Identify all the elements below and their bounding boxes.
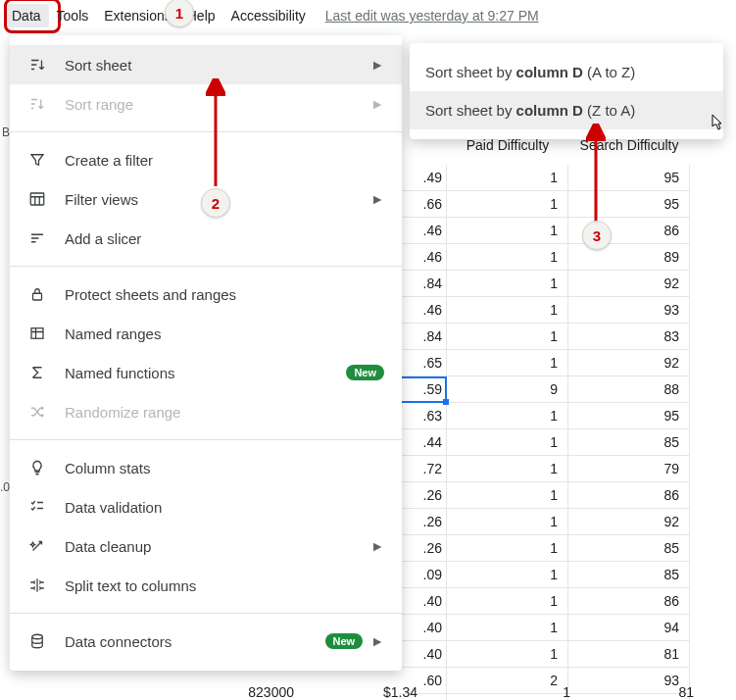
cell-paid-difficulty[interactable]: 1	[447, 509, 568, 535]
sheet-row[interactable]: .46189	[400, 244, 690, 271]
cell-search-difficulty[interactable]: 81	[568, 641, 690, 668]
sheet-row[interactable]: .49195	[400, 165, 690, 191]
last-edit-link[interactable]: Last edit was yesterday at 9:27 PM	[325, 8, 539, 24]
menu-data-connectors[interactable]: Data connectors New ►	[10, 622, 402, 661]
menu-tools[interactable]: Tools	[49, 4, 97, 27]
bottom-cell[interactable]: 81	[576, 684, 700, 700]
cell-value[interactable]: .63	[400, 403, 447, 429]
cell-value[interactable]: .46	[400, 297, 447, 324]
menu-protect[interactable]: Protect sheets and ranges	[10, 275, 402, 314]
cell-paid-difficulty[interactable]: 1	[447, 218, 568, 244]
cell-paid-difficulty[interactable]: 1	[447, 588, 568, 615]
cell-paid-difficulty[interactable]: 1	[447, 324, 568, 350]
cell-paid-difficulty[interactable]: 1	[447, 165, 568, 191]
cell-paid-difficulty[interactable]: 1	[447, 429, 568, 456]
cell-value[interactable]: .40	[400, 588, 447, 615]
cell-search-difficulty[interactable]: 92	[568, 509, 690, 535]
sheet-row[interactable]: .40194	[400, 615, 690, 641]
cell-paid-difficulty[interactable]: 1	[447, 562, 568, 588]
menu-data-cleanup[interactable]: Data cleanup ►	[10, 526, 402, 566]
menu-data[interactable]: Data	[4, 4, 49, 27]
cell-search-difficulty[interactable]: 86	[568, 588, 690, 615]
sheet-rows[interactable]: .49195.66195.46186.46189.84192.46193.841…	[400, 165, 690, 700]
cell-paid-difficulty[interactable]: 1	[447, 456, 568, 482]
sort-za[interactable]: Sort sheet by column D (Z to A)	[410, 91, 723, 129]
sheet-row[interactable]: .46186	[400, 218, 690, 244]
cell-search-difficulty[interactable]: 85	[568, 562, 690, 588]
sheet-row[interactable]: .63195	[400, 403, 690, 429]
bottom-cell[interactable]: $1.34	[300, 684, 423, 700]
cell-value[interactable]: .26	[400, 482, 447, 509]
cell-paid-difficulty[interactable]: 1	[447, 191, 568, 218]
cell-paid-difficulty[interactable]: 1	[447, 271, 568, 297]
sort-az[interactable]: Sort sheet by column D (A to Z)	[410, 53, 723, 91]
cell-search-difficulty[interactable]: 92	[568, 350, 690, 376]
sheet-row[interactable]: .65192	[400, 350, 690, 376]
cell-value[interactable]: .26	[400, 509, 447, 535]
cell-paid-difficulty[interactable]: 1	[447, 641, 568, 668]
cell-paid-difficulty[interactable]: 1	[447, 297, 568, 324]
menu-add-slicer[interactable]: Add a slicer	[10, 219, 402, 258]
menu-sort-sheet[interactable]: Sort sheet ►	[10, 45, 402, 84]
cell-search-difficulty[interactable]: 86	[568, 482, 690, 509]
sheet-row[interactable]: .26185	[400, 535, 690, 562]
sheet-row[interactable]: .59988	[400, 376, 690, 403]
menu-accessibility[interactable]: Accessibility	[223, 4, 314, 27]
cell-value[interactable]: .46	[400, 218, 447, 244]
sheet-row[interactable]: .40181	[400, 641, 690, 668]
cell-search-difficulty[interactable]: 93	[568, 297, 690, 324]
cell-search-difficulty[interactable]: 95	[568, 165, 690, 191]
sheet-row[interactable]: .40186	[400, 588, 690, 615]
cell-search-difficulty[interactable]: 83	[568, 324, 690, 350]
sheet-row[interactable]: .26186	[400, 482, 690, 509]
cell-value[interactable]: .40	[400, 641, 447, 668]
cell-value[interactable]: .49	[400, 165, 447, 191]
cell-paid-difficulty[interactable]: 1	[447, 615, 568, 641]
sheet-row[interactable]: .44185	[400, 429, 690, 456]
cell-search-difficulty[interactable]: 85	[568, 429, 690, 456]
sheet-row[interactable]: .46193	[400, 297, 690, 324]
sheet-row[interactable]: .72179	[400, 456, 690, 482]
cell-paid-difficulty[interactable]: 1	[447, 535, 568, 562]
col-paid-difficulty[interactable]: Paid Difficulty	[447, 137, 568, 157]
cell-paid-difficulty[interactable]: 1	[447, 350, 568, 376]
cell-paid-difficulty[interactable]: 9	[447, 376, 568, 403]
cell-value[interactable]: .84	[400, 324, 447, 350]
cell-value[interactable]: .66	[400, 191, 447, 218]
cell-value[interactable]: .59	[400, 376, 447, 403]
bottom-cell[interactable]: 823000	[176, 684, 300, 700]
menu-label: Split text to columns	[65, 577, 384, 594]
menu-split-text[interactable]: Split text to columns	[10, 566, 402, 605]
cell-search-difficulty[interactable]: 79	[568, 456, 690, 482]
cell-value[interactable]: .26	[400, 535, 447, 562]
menu-data-validation[interactable]: Data validation	[10, 487, 402, 526]
cell-search-difficulty[interactable]: 85	[568, 535, 690, 562]
cell-search-difficulty[interactable]: 95	[568, 403, 690, 429]
cell-paid-difficulty[interactable]: 1	[447, 403, 568, 429]
sheet-row[interactable]: .84192	[400, 271, 690, 297]
cell-search-difficulty[interactable]: 95	[568, 191, 690, 218]
sheet-row[interactable]: .26192	[400, 509, 690, 535]
cell-paid-difficulty[interactable]: 1	[447, 244, 568, 271]
sheet-row[interactable]: .66195	[400, 191, 690, 218]
cell-value[interactable]: .84	[400, 271, 447, 297]
cell-value[interactable]: .65	[400, 350, 447, 376]
menu-create-filter[interactable]: Create a filter	[10, 140, 402, 179]
menu-named-ranges[interactable]: Named ranges	[10, 314, 402, 353]
cell-search-difficulty[interactable]: 89	[568, 244, 690, 271]
cell-value[interactable]: .09	[400, 562, 447, 588]
menu-column-stats[interactable]: Column stats	[10, 448, 402, 487]
menu-named-functions[interactable]: Named functions New	[10, 353, 402, 392]
cell-search-difficulty[interactable]: 94	[568, 615, 690, 641]
sheet-row[interactable]: .84183	[400, 324, 690, 350]
cell-value[interactable]: .72	[400, 456, 447, 482]
cell-value[interactable]: .46	[400, 244, 447, 271]
sheet-row[interactable]: .09185	[400, 562, 690, 588]
bottom-cell[interactable]: 1	[423, 684, 576, 700]
cell-value[interactable]: .40	[400, 615, 447, 641]
cell-paid-difficulty[interactable]: 1	[447, 482, 568, 509]
cell-search-difficulty[interactable]: 88	[568, 376, 690, 403]
cell-search-difficulty[interactable]: 92	[568, 271, 690, 297]
cell-value[interactable]: .44	[400, 429, 447, 456]
col-search-difficulty[interactable]: Search Difficulty	[568, 137, 690, 157]
